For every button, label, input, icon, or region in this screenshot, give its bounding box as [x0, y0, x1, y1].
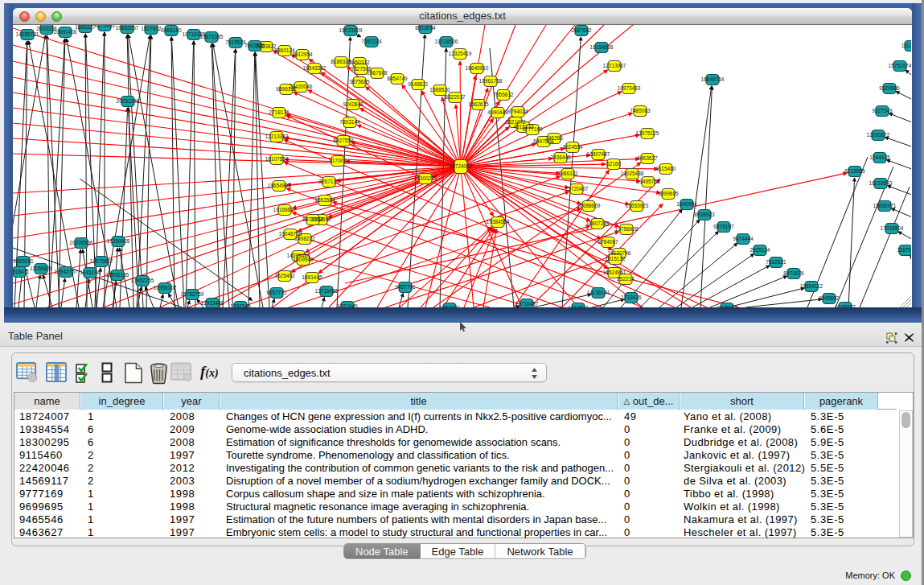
svg-text:1292345: 1292345 — [230, 303, 251, 307]
svg-text:10807487: 10807487 — [587, 151, 610, 157]
svg-text:10654112: 10654112 — [800, 283, 823, 289]
svg-text:2967608: 2967608 — [367, 70, 388, 76]
svg-text:1244415: 1244415 — [869, 154, 890, 160]
svg-text:9457793: 9457793 — [439, 305, 460, 307]
svg-text:13716487: 13716487 — [515, 301, 539, 307]
svg-text:19756928: 19756928 — [615, 226, 639, 232]
svg-text:11156829: 11156829 — [30, 266, 52, 271]
svg-text:10958107: 10958107 — [154, 285, 177, 290]
svg-text:1562615: 1562615 — [468, 101, 489, 107]
svg-text:1112089: 1112089 — [901, 43, 911, 48]
svg-text:9227349: 9227349 — [872, 108, 893, 113]
svg-text:13975125: 13975125 — [636, 130, 659, 136]
svg-text:2718176: 2718176 — [269, 109, 290, 115]
svg-text:7515526: 7515526 — [225, 39, 246, 45]
svg-text:16107554: 16107554 — [265, 156, 289, 162]
svg-text:8938923: 8938923 — [694, 212, 715, 217]
svg-text:1145194: 1145194 — [80, 270, 101, 275]
svg-text:16033809: 16033809 — [339, 27, 363, 33]
svg-text:8471676: 8471676 — [783, 270, 804, 276]
svg-text:3918411: 3918411 — [13, 269, 30, 274]
svg-text:19218506: 19218506 — [435, 39, 458, 44]
svg-text:62160: 62160 — [606, 161, 621, 167]
svg-text:8813054: 8813054 — [415, 25, 436, 31]
svg-text:7986322: 7986322 — [557, 171, 578, 176]
svg-text:13495758: 13495758 — [637, 179, 660, 184]
svg-text:20053346: 20053346 — [117, 98, 140, 104]
svg-text:9171405: 9171405 — [94, 25, 115, 28]
svg-text:12093872: 12093872 — [867, 132, 890, 138]
svg-text:16640910: 16640910 — [466, 65, 489, 71]
svg-text:12325419: 12325419 — [449, 51, 472, 56]
svg-text:9245052: 9245052 — [835, 304, 856, 307]
svg-text:17016504: 17016504 — [881, 225, 904, 231]
svg-text:9474444: 9474444 — [733, 236, 754, 241]
svg-text:17359928: 17359928 — [107, 238, 130, 244]
svg-text:3624554: 3624554 — [562, 144, 583, 150]
svg-text:10961758: 10961758 — [479, 78, 503, 84]
svg-text:19300275: 19300275 — [414, 175, 437, 181]
svg-text:252214: 252214 — [617, 276, 634, 282]
svg-text:9784067: 9784067 — [598, 239, 618, 245]
svg-text:1527602: 1527602 — [141, 26, 162, 31]
svg-text:12505135: 12505135 — [106, 272, 129, 278]
svg-text:116753: 116753 — [897, 247, 911, 253]
svg-text:2436446: 2436446 — [550, 154, 571, 160]
svg-text:9146821: 9146821 — [408, 81, 429, 87]
svg-text:9242848: 9242848 — [343, 101, 363, 107]
svg-text:9463627: 9463627 — [637, 155, 658, 161]
svg-text:8427552: 8427552 — [333, 138, 354, 143]
svg-text:6899695: 6899695 — [658, 191, 679, 196]
svg-text:7955812: 7955812 — [493, 92, 514, 97]
svg-text:8215955: 8215955 — [844, 168, 865, 174]
svg-text:16782759: 16782759 — [181, 291, 204, 297]
svg-text:10025438: 10025438 — [621, 171, 644, 176]
svg-text:6466160: 6466160 — [161, 27, 182, 33]
svg-text:15720407: 15720407 — [565, 186, 589, 192]
svg-text:12213383: 12213383 — [265, 134, 289, 139]
svg-text:7357224: 7357224 — [361, 39, 382, 44]
svg-text:9896102: 9896102 — [276, 86, 297, 92]
svg-text:9794024: 9794024 — [507, 109, 528, 114]
svg-text:18724007: 18724007 — [450, 163, 473, 169]
svg-text:746266: 746266 — [545, 135, 563, 141]
svg-text:1553584: 1553584 — [314, 197, 335, 203]
svg-text:2935114: 2935114 — [750, 247, 770, 253]
svg-text:10653267: 10653267 — [116, 25, 139, 31]
svg-text:16543382: 16543382 — [303, 65, 326, 71]
svg-text:9115460: 9115460 — [656, 166, 676, 171]
svg-text:16524861: 16524861 — [603, 270, 626, 275]
svg-text:9329966: 9329966 — [879, 85, 900, 91]
svg-text:15751074: 15751074 — [889, 63, 911, 68]
svg-text:1588520: 1588520 — [429, 87, 450, 93]
svg-text:19166827: 19166827 — [273, 207, 297, 212]
svg-text:14055721: 14055721 — [16, 31, 39, 37]
svg-text:10973493: 10973493 — [618, 85, 641, 91]
svg-text:20206556: 20206556 — [70, 240, 93, 245]
svg-text:1733426: 1733426 — [621, 295, 642, 300]
svg-text:16154808: 16154808 — [590, 44, 614, 50]
svg-text:8454749: 8454749 — [387, 76, 408, 81]
svg-text:1691445: 1691445 — [302, 274, 322, 280]
svg-text:16671385: 16671385 — [200, 34, 224, 39]
svg-text:7663825: 7663825 — [244, 43, 265, 48]
svg-text:19654985: 19654985 — [268, 183, 291, 188]
svg-text:12942757: 12942757 — [55, 269, 78, 274]
svg-text:3875685: 3875685 — [349, 79, 370, 84]
svg-text:8912954: 8912954 — [292, 51, 313, 57]
svg-text:15692971: 15692971 — [873, 203, 897, 208]
svg-text:10975857: 10975857 — [90, 258, 113, 264]
svg-text:16648764: 16648764 — [701, 76, 725, 82]
svg-text:1498222: 1498222 — [294, 236, 315, 241]
svg-text:1065327: 1065327 — [75, 25, 96, 30]
svg-text:8186328: 8186328 — [331, 59, 351, 64]
svg-text:16210643: 16210643 — [869, 180, 893, 186]
svg-text:20691406: 20691406 — [54, 29, 77, 35]
svg-text:1485081: 1485081 — [13, 258, 34, 264]
svg-text:12923448: 12923448 — [201, 300, 224, 306]
svg-text:1640954: 1640954 — [676, 201, 697, 207]
svg-text:1371645: 1371645 — [337, 303, 358, 307]
svg-text:17957255: 17957255 — [131, 278, 154, 283]
svg-text:5460312: 5460312 — [349, 60, 370, 65]
svg-text:9245652: 9245652 — [819, 295, 840, 301]
